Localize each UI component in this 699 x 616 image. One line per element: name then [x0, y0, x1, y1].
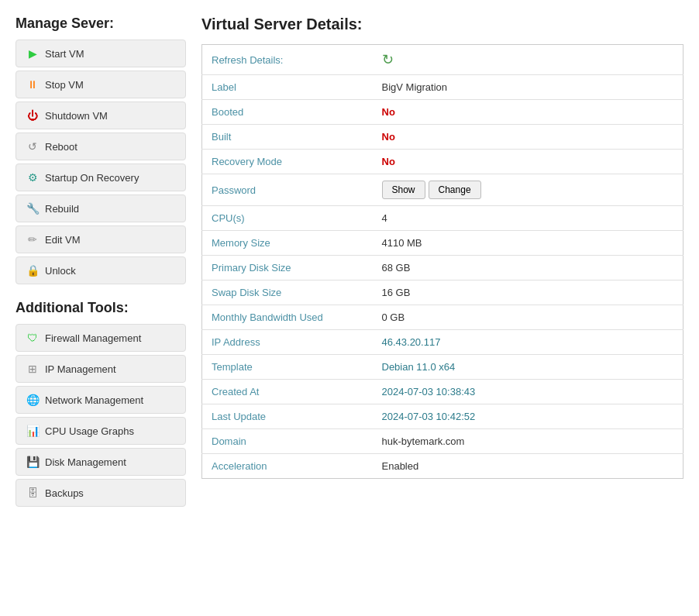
- startup-on-recovery-icon: ⚙: [26, 170, 40, 184]
- main-heading: Virtual Server Details:: [201, 15, 684, 33]
- row-label-5: CPU(s): [202, 206, 373, 231]
- rebuild-icon: 🔧: [26, 201, 40, 215]
- edit-vm-button[interactable]: ✏Edit VM: [15, 225, 186, 253]
- row-label-9: Monthly Bandwidth Used: [202, 305, 373, 330]
- row-label-0: Label: [202, 75, 373, 100]
- details-table: Refresh Details: ↻ LabelBigV MigrationBo…: [201, 44, 684, 479]
- firewall-management-button[interactable]: 🛡Firewall Management: [15, 324, 186, 352]
- rebuild-button[interactable]: 🔧Rebuild: [15, 194, 186, 222]
- password-change-button[interactable]: Change: [429, 181, 481, 199]
- table-row: IP Address46.43.20.117: [202, 330, 684, 355]
- row-value-9: 0 GB: [373, 305, 684, 330]
- status-badge: No: [382, 156, 395, 167]
- row-label-12: Created At: [202, 380, 373, 404]
- row-value-1: No: [373, 100, 684, 125]
- backups-icon: 🗄: [26, 486, 40, 500]
- rebuild-label: Rebuild: [45, 203, 79, 215]
- startup-on-recovery-label: Startup On Recovery: [45, 172, 139, 184]
- refresh-icon-cell: ↻: [373, 45, 684, 75]
- reboot-label: Reboot: [45, 141, 77, 153]
- row-label-6: Memory Size: [202, 231, 373, 256]
- table-row: Primary Disk Size68 GB: [202, 256, 684, 280]
- row-value-15: Enabled: [373, 454, 684, 479]
- value-teal: 46.43.20.117: [382, 336, 441, 348]
- additional-tools-section: Additional Tools: 🛡Firewall Management⊞I…: [15, 300, 186, 507]
- row-value-10: 46.43.20.117: [373, 330, 684, 355]
- unlock-button[interactable]: 🔒Unlock: [15, 256, 186, 284]
- row-value-6: 4110 MB: [373, 231, 684, 256]
- value-teal: 2024-07-03 10:38:43: [382, 386, 476, 397]
- row-value-3: No: [373, 150, 684, 174]
- value-teal: Debian 11.0 x64: [382, 361, 456, 373]
- stop-vm-icon: ⏸: [26, 77, 40, 91]
- cpu-usage-graphs-icon: 📊: [26, 424, 40, 438]
- reboot-icon: ↺: [26, 139, 40, 153]
- shutdown-vm-button[interactable]: ⏻Shutdown VM: [15, 102, 186, 129]
- network-management-label: Network Management: [45, 394, 143, 406]
- row-value-7: 68 GB: [373, 256, 684, 280]
- disk-management-icon: 💾: [26, 455, 40, 469]
- table-row: Memory Size4110 MB: [202, 231, 684, 256]
- unlock-label: Unlock: [45, 265, 76, 277]
- row-label-2: Built: [202, 125, 373, 150]
- sidebar: Manage Sever: ▶Start VM⏸Stop VM⏻Shutdown…: [15, 15, 186, 510]
- row-label-7: Primary Disk Size: [202, 256, 373, 280]
- row-value-2: No: [373, 125, 684, 150]
- row-label-11: Template: [202, 355, 373, 380]
- manage-server-buttons: ▶Start VM⏸Stop VM⏻Shutdown VM↺Reboot⚙Sta…: [15, 40, 186, 284]
- backups-button[interactable]: 🗄Backups: [15, 479, 186, 507]
- ip-management-button[interactable]: ⊞IP Management: [15, 355, 186, 383]
- additional-tools-heading: Additional Tools:: [15, 300, 186, 316]
- unlock-icon: 🔒: [26, 263, 40, 277]
- firewall-management-label: Firewall Management: [45, 332, 141, 344]
- table-row: Created At2024-07-03 10:38:43: [202, 380, 684, 404]
- start-vm-label: Start VM: [45, 48, 84, 60]
- password-show-button[interactable]: Show: [382, 181, 425, 199]
- stop-vm-label: Stop VM: [45, 79, 84, 91]
- row-value-12: 2024-07-03 10:38:43: [373, 380, 684, 404]
- status-badge: No: [382, 131, 395, 143]
- table-row: Domainhuk-bytemark.com: [202, 429, 684, 454]
- disk-management-label: Disk Management: [45, 456, 126, 468]
- shutdown-vm-label: Shutdown VM: [45, 110, 108, 122]
- shutdown-vm-icon: ⏻: [26, 108, 40, 122]
- table-row: CPU(s)4: [202, 206, 684, 231]
- edit-vm-icon: ✏: [26, 232, 40, 246]
- edit-vm-label: Edit VM: [45, 234, 81, 246]
- reboot-button[interactable]: ↺Reboot: [15, 132, 186, 160]
- row-label-1: Booted: [202, 100, 373, 125]
- refresh-row: Refresh Details: ↻: [202, 45, 684, 75]
- table-row: Last Update2024-07-03 10:42:52: [202, 404, 684, 429]
- backups-label: Backups: [45, 487, 84, 499]
- row-label-8: Swap Disk Size: [202, 280, 373, 305]
- startup-on-recovery-button[interactable]: ⚙Startup On Recovery: [15, 163, 186, 191]
- value-teal: 2024-07-03 10:42:52: [382, 411, 476, 422]
- row-label-10: IP Address: [202, 330, 373, 355]
- cpu-usage-graphs-button[interactable]: 📊CPU Usage Graphs: [15, 417, 186, 445]
- row-value-5: 4: [373, 206, 684, 231]
- row-value-0: BigV Migration: [373, 75, 684, 100]
- additional-tools-buttons: 🛡Firewall Management⊞IP Management🌐Netwo…: [15, 324, 186, 507]
- table-row: BuiltNo: [202, 125, 684, 150]
- start-vm-button[interactable]: ▶Start VM: [15, 40, 186, 67]
- table-row: Recovery ModeNo: [202, 150, 684, 174]
- sidebar-heading: Manage Sever:: [15, 15, 186, 32]
- row-value-4: ShowChange: [373, 174, 684, 206]
- row-value-14: huk-bytemark.com: [373, 429, 684, 454]
- table-row: LabelBigV Migration: [202, 75, 684, 100]
- firewall-management-icon: 🛡: [26, 331, 40, 345]
- table-row: Swap Disk Size16 GB: [202, 280, 684, 305]
- row-label-15: Acceleration: [202, 454, 373, 479]
- row-label-14: Domain: [202, 429, 373, 454]
- disk-management-button[interactable]: 💾Disk Management: [15, 448, 186, 476]
- table-row: AccelerationEnabled: [202, 454, 684, 479]
- ip-management-label: IP Management: [45, 363, 116, 375]
- main-content: Virtual Server Details: Refresh Details:…: [201, 15, 684, 510]
- network-management-icon: 🌐: [26, 393, 40, 407]
- network-management-button[interactable]: 🌐Network Management: [15, 386, 186, 414]
- row-value-13: 2024-07-03 10:42:52: [373, 404, 684, 429]
- row-label-13: Last Update: [202, 404, 373, 429]
- ip-management-icon: ⊞: [26, 362, 40, 376]
- refresh-icon[interactable]: ↻: [382, 52, 394, 67]
- stop-vm-button[interactable]: ⏸Stop VM: [15, 71, 186, 98]
